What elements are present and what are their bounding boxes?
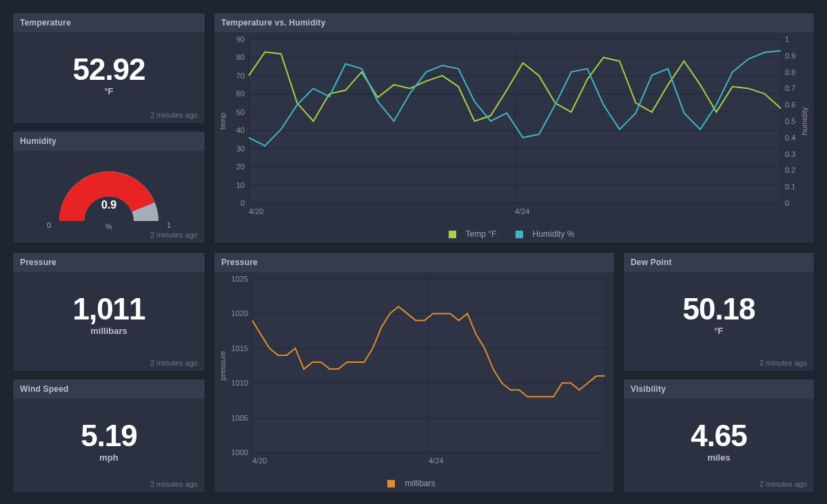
svg-text:1: 1 (785, 35, 789, 43)
svg-text:1000: 1000 (232, 448, 248, 456)
humidity-gauge: 0.9 0 % 1 (13, 159, 205, 231)
windspeed-value: 5.19 mph (13, 421, 205, 463)
panel-title: Dew Point (624, 253, 814, 272)
timestamp: 2 minutes ago (150, 359, 198, 367)
dewpoint-value: 50.18 °F (624, 294, 814, 336)
gauge-icon (40, 159, 178, 221)
svg-text:0: 0 (241, 199, 245, 207)
panel-title: Pressure (214, 253, 614, 272)
temperature-value: 52.92 °F (13, 54, 205, 96)
svg-text:10: 10 (236, 181, 245, 189)
svg-text:1015: 1015 (232, 344, 248, 353)
svg-text:0.3: 0.3 (785, 150, 795, 158)
panel-title: Wind Speed (13, 379, 205, 399)
svg-text:0.1: 0.1 (785, 182, 795, 191)
svg-text:1020: 1020 (232, 309, 248, 317)
timestamp: 2 minutes ago (150, 231, 198, 239)
gauge-min: 0 (47, 221, 51, 231)
svg-text:pressure: pressure (218, 351, 227, 381)
svg-text:60: 60 (236, 90, 245, 98)
panel-dewpoint: Dew Point 50.18 °F 2 minutes ago (623, 252, 815, 372)
timestamp: 2 minutes ago (150, 111, 198, 119)
panel-title: Humidity (13, 132, 205, 151)
svg-text:20: 20 (236, 162, 245, 171)
legend: Temp °F Humidity % (214, 229, 814, 240)
panel-humidity: Humidity 0.9 0 % 1 2 minutes ago (12, 131, 205, 244)
timestamp: 2 minutes ago (759, 480, 807, 488)
panel-title: Temperature vs. Humidity (214, 13, 814, 32)
svg-text:4/20: 4/20 (252, 456, 267, 465)
svg-text:4/24: 4/24 (515, 207, 529, 216)
svg-text:70: 70 (236, 72, 245, 80)
gauge-unit: % (105, 222, 112, 231)
visibility-value: 4.65 miles (624, 421, 814, 463)
svg-text:temp: temp (218, 113, 227, 129)
svg-text:0.4: 0.4 (785, 134, 795, 142)
svg-text:4/24: 4/24 (429, 456, 443, 465)
svg-text:30: 30 (236, 145, 245, 153)
panel-temperature: Temperature 52.92 °F 2 minutes ago (12, 12, 205, 124)
timestamp: 2 minutes ago (759, 359, 807, 367)
svg-text:1025: 1025 (232, 275, 248, 283)
svg-text:0.6: 0.6 (785, 101, 795, 109)
panel-pressure-stat: Pressure 1,011 millibars 2 minutes ago (12, 252, 205, 372)
gauge-max: 1 (167, 221, 171, 231)
svg-text:80: 80 (236, 53, 245, 61)
svg-text:0.9: 0.9 (785, 52, 795, 60)
svg-text:0.5: 0.5 (785, 117, 795, 125)
svg-text:1005: 1005 (232, 414, 248, 422)
pressure-value: 1,011 millibars (13, 294, 205, 336)
panel-windspeed: Wind Speed 5.19 mph 2 minutes ago (12, 379, 205, 493)
pressure-chart[interactable]: 1000100510101015102010254/204/24pressure (214, 272, 615, 473)
svg-text:4/20: 4/20 (249, 207, 263, 216)
svg-text:0.8: 0.8 (785, 68, 795, 76)
svg-text:50: 50 (236, 108, 245, 116)
svg-text:90: 90 (236, 35, 245, 43)
temp-humidity-chart[interactable]: 010203040506070809000.10.20.30.40.50.60.… (214, 32, 815, 224)
gauge-value: 0.9 (13, 199, 205, 211)
svg-text:humidity: humidity (800, 107, 808, 135)
svg-text:0.7: 0.7 (785, 84, 795, 92)
svg-text:0.2: 0.2 (785, 166, 795, 174)
svg-text:0: 0 (785, 199, 789, 207)
panel-title: Visibility (624, 379, 814, 399)
timestamp: 2 minutes ago (150, 480, 198, 488)
panel-visibility: Visibility 4.65 miles 2 minutes ago (623, 379, 815, 493)
panel-temp-humidity-chart[interactable]: Temperature vs. Humidity 010203040506070… (214, 12, 815, 244)
legend: millibars (214, 479, 614, 490)
panel-pressure-chart[interactable]: Pressure 1000100510101015102010254/204/2… (214, 252, 615, 493)
svg-text:1010: 1010 (232, 379, 248, 387)
panel-title: Temperature (13, 13, 205, 32)
panel-title: Pressure (13, 253, 205, 272)
svg-text:40: 40 (236, 126, 245, 134)
